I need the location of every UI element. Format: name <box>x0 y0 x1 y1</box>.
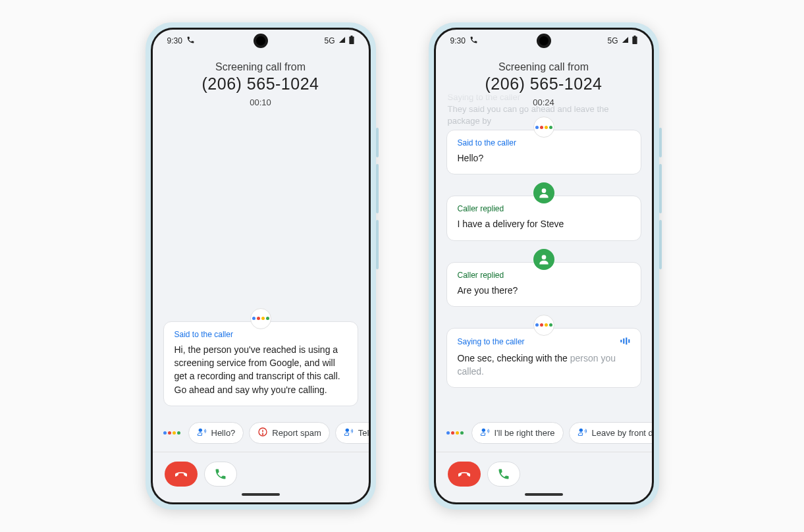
caller-avatar-icon <box>533 182 554 203</box>
battery-icon <box>349 36 354 46</box>
nav-bar <box>436 493 652 502</box>
side-button <box>376 220 379 269</box>
front-camera <box>537 34 551 48</box>
transcript-card: Said to the caller Hi, the person you've… <box>163 321 358 406</box>
voice-icon <box>577 427 588 439</box>
quick-reply-row: I'll be right there Leave by front door <box>436 414 652 452</box>
side-button <box>659 220 662 269</box>
spam-icon <box>257 427 268 439</box>
phone-mockup-1: 9:30 5G Screening call from (206) 565-10… <box>146 22 376 510</box>
svg-rect-0 <box>349 36 354 44</box>
voice-icon <box>480 427 491 439</box>
hangup-button[interactable] <box>165 462 198 487</box>
svg-point-10 <box>541 255 546 259</box>
card-text: One sec, checking with the person you ca… <box>458 352 630 379</box>
header-number: (206) 565-1024 <box>442 74 645 93</box>
card-text: Are you there? <box>458 284 630 297</box>
svg-point-2 <box>198 429 201 432</box>
voice-icon <box>197 427 207 439</box>
answer-button[interactable] <box>487 462 520 487</box>
call-actions <box>153 452 369 493</box>
phone-icon <box>469 36 478 46</box>
assistant-icon <box>446 431 464 435</box>
svg-rect-14 <box>628 339 630 342</box>
answer-button[interactable] <box>204 462 237 487</box>
nav-handle-icon[interactable] <box>525 493 563 496</box>
chip-label: Leave by front door <box>592 428 652 438</box>
card-label: Saying to the caller <box>458 337 525 346</box>
call-actions <box>436 452 652 493</box>
side-button <box>659 128 662 157</box>
chip-label: Hello? <box>211 428 236 438</box>
assistant-icon <box>163 431 180 435</box>
svg-rect-13 <box>626 338 627 345</box>
side-button <box>376 164 379 213</box>
header-title: Screening call from <box>442 61 645 73</box>
voice-icon <box>344 427 354 439</box>
chip-hello[interactable]: Hello? <box>188 422 244 444</box>
side-button <box>659 164 662 213</box>
svg-point-5 <box>263 434 263 435</box>
call-timer: 00:10 <box>159 97 362 107</box>
svg-rect-11 <box>620 340 622 342</box>
caller-avatar-icon <box>533 249 554 270</box>
assistant-avatar-icon <box>250 308 271 329</box>
battery-icon <box>632 36 637 46</box>
card-text: I have a delivery for Steve <box>458 217 630 230</box>
front-camera <box>254 34 268 48</box>
chip-label: Report spam <box>272 428 321 438</box>
signal-icon <box>338 36 346 45</box>
call-header: Screening call from (206) 565-1024 00:10 <box>153 52 369 113</box>
svg-point-16 <box>579 429 582 432</box>
svg-rect-12 <box>623 338 624 344</box>
svg-point-6 <box>345 429 348 432</box>
card-text: Hello? <box>458 151 630 165</box>
card-text: Hi, the person you've reached is using a… <box>174 343 347 396</box>
signal-icon <box>621 36 630 45</box>
card-label: Said to the caller <box>174 330 347 339</box>
svg-rect-7 <box>632 36 637 44</box>
chip-label: Tell me mo <box>358 428 369 438</box>
card-label: Caller replied <box>458 271 630 280</box>
svg-rect-1 <box>350 36 352 37</box>
phone-mockup-2: 9:30 5G Saying to the caller They said y… <box>429 22 659 510</box>
svg-point-9 <box>541 189 546 194</box>
nav-bar <box>153 493 369 502</box>
side-button <box>376 128 379 157</box>
assistant-avatar-icon <box>533 315 554 336</box>
audio-wave-icon <box>620 336 630 348</box>
quick-reply-row: Hello? Report spam Tell me mo <box>153 414 369 452</box>
hangup-button[interactable] <box>448 462 481 487</box>
transcript-card-saying: Saying to the caller One sec, checking w… <box>446 328 641 388</box>
phone-icon <box>186 36 195 46</box>
chip-label: I'll be right there <box>495 428 555 438</box>
svg-point-15 <box>481 429 485 432</box>
card-label: Caller replied <box>458 204 630 213</box>
chip-tell-more[interactable]: Tell me mo <box>335 422 369 444</box>
card-label: Said to the caller <box>458 138 630 147</box>
chip-report-spam[interactable]: Report spam <box>249 422 329 444</box>
call-header: Screening call from (206) 565-1024 00:24 <box>436 52 652 113</box>
network-label: 5G <box>607 36 618 45</box>
header-number: (206) 565-1024 <box>159 74 362 93</box>
status-time: 9:30 <box>450 36 466 45</box>
status-time: 9:30 <box>167 36 182 45</box>
assistant-avatar-icon <box>533 117 554 138</box>
call-timer: 00:24 <box>442 97 645 107</box>
header-title: Screening call from <box>159 61 362 73</box>
chip-right-there[interactable]: I'll be right there <box>471 422 564 444</box>
network-label: 5G <box>324 36 335 45</box>
chip-leave-door[interactable]: Leave by front door <box>569 422 652 444</box>
nav-handle-icon[interactable] <box>242 493 280 496</box>
svg-rect-8 <box>633 36 635 37</box>
